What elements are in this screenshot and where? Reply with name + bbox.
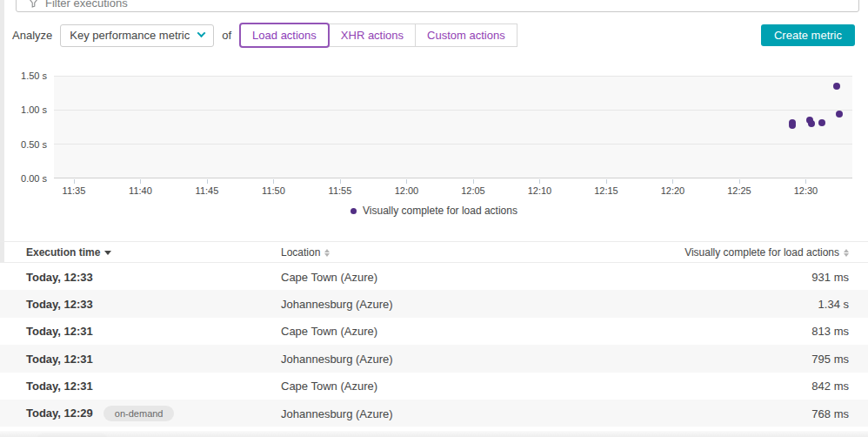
x-axis-tick: 12:10 <box>528 185 552 196</box>
location-cell: Johannesburg (Azure) <box>281 298 393 311</box>
of-label: of <box>222 29 231 42</box>
data-point[interactable] <box>818 119 825 126</box>
x-axis-tickmark <box>207 179 208 184</box>
metric-dropdown[interactable]: Key performance metric <box>60 24 214 47</box>
data-point[interactable] <box>836 111 843 118</box>
table-row[interactable]: Today, 12:31Cape Town (Azure)842 ms <box>0 373 868 400</box>
table-body: Today, 12:33Cape Town (Azure)931 msToday… <box>0 263 868 437</box>
tab-load-actions[interactable]: Load actions <box>239 23 330 48</box>
x-axis-tickmark <box>739 179 740 184</box>
analyze-bar: Analyze Key performance metric of Load a… <box>12 24 772 47</box>
value-cell: 1.34 s <box>818 298 849 311</box>
x-axis-tickmark <box>672 179 673 184</box>
location-cell: Cape Town (Azure) <box>281 270 377 283</box>
table-header: Execution time Location Visually complet… <box>0 241 868 263</box>
table-row[interactable]: Today, 12:29on-demandJohannesburg (Azure… <box>0 400 868 427</box>
execution-time-cell: Today, 12:31 <box>26 352 93 365</box>
table-row[interactable]: Today, 12:33Johannesburg (Azure)1.34 s <box>0 290 868 317</box>
performance-chart: 1.50 s1.00 s0.50 s0.00 s 11:3511:4011:45… <box>0 65 868 225</box>
create-metric-button[interactable]: Create metric <box>761 24 855 46</box>
chart-x-axis: 11:3511:4011:4511:5011:5512:0012:0512:10… <box>54 178 852 199</box>
location-cell: Cape Town (Azure) <box>281 380 377 393</box>
y-axis-tick: 0.50 s <box>21 139 47 150</box>
x-axis-tick: 12:25 <box>727 185 751 196</box>
gridline <box>54 76 852 77</box>
x-axis-tick: 12:05 <box>461 185 485 196</box>
x-axis-tick: 12:30 <box>794 185 818 196</box>
table-row[interactable]: Today, 12:33Cape Town (Azure)931 ms <box>0 263 868 290</box>
execution-time-cell: Today, 12:33 <box>26 270 93 283</box>
execution-time-cell: Today, 12:29on-demand <box>26 406 174 421</box>
sort-both-icon <box>324 249 330 257</box>
x-axis-tick: 12:00 <box>395 185 419 196</box>
filter-executions-input[interactable]: Filter executions <box>16 0 859 12</box>
tab-xhr-actions[interactable]: XHR actions <box>329 24 416 47</box>
location-cell: Johannesburg (Azure) <box>281 352 393 365</box>
gridline <box>54 144 852 145</box>
x-axis-tick: 11:50 <box>262 185 285 196</box>
x-axis-tickmark <box>539 179 540 184</box>
x-axis-tickmark <box>340 179 341 184</box>
table-row[interactable]: on-demand <box>0 427 868 437</box>
x-axis-tickmark <box>140 179 141 184</box>
x-axis-tick: 12:20 <box>661 185 685 196</box>
value-cell: 795 ms <box>811 352 849 365</box>
location-cell: Cape Town (Azure) <box>281 325 377 338</box>
execution-time-cell: Today, 12:33 <box>26 298 93 311</box>
chart-plot-area[interactable] <box>54 76 852 178</box>
column-header-location[interactable]: Location <box>281 246 330 259</box>
gridline <box>54 110 852 111</box>
value-cell: 768 ms <box>811 407 849 420</box>
x-axis-tick: 12:15 <box>594 185 618 196</box>
value-cell: 931 ms <box>811 270 849 283</box>
data-point[interactable] <box>833 83 840 90</box>
x-axis-tick: 11:40 <box>129 185 152 196</box>
chart-legend: Visually complete for load actions <box>0 205 868 217</box>
x-axis-tickmark <box>74 179 75 184</box>
x-axis-tickmark <box>473 179 474 184</box>
filter-funnel-icon <box>29 0 38 8</box>
y-axis-tick: 1.50 s <box>21 71 47 81</box>
legend-label: Visually complete for load actions <box>363 205 517 217</box>
x-axis-tick: 11:45 <box>196 185 219 196</box>
location-cell: Johannesburg (Azure) <box>281 407 393 420</box>
on-demand-badge: on-demand <box>103 406 175 421</box>
x-axis-tickmark <box>273 179 274 184</box>
value-cell: 813 ms <box>811 325 849 338</box>
data-point[interactable] <box>808 120 815 127</box>
sort-both-icon <box>844 249 849 257</box>
x-axis-tickmark <box>805 179 806 184</box>
legend-dot-icon <box>351 208 357 214</box>
on-demand-badge: on-demand <box>37 433 108 437</box>
filter-placeholder: Filter executions <box>45 0 128 10</box>
x-axis-tick: 11:35 <box>63 185 86 196</box>
x-axis-tick: 11:55 <box>329 185 352 196</box>
value-cell: 842 ms <box>811 380 849 393</box>
analyze-label: Analyze <box>12 29 52 42</box>
y-axis-tick: 1.00 s <box>21 104 47 115</box>
action-type-tabs: Load actionsXHR actionsCustom actions <box>239 24 517 47</box>
column-header-visually-complete[interactable]: Visually complete for load actions <box>684 246 849 259</box>
sort-desc-icon <box>104 251 111 255</box>
x-axis-tickmark <box>406 179 407 184</box>
column-header-execution-time[interactable]: Execution time <box>26 246 111 259</box>
chevron-down-icon <box>197 29 206 37</box>
execution-time-cell: Today, 12:31 <box>26 380 93 393</box>
chart-y-axis: 1.50 s1.00 s0.50 s0.00 s <box>0 76 47 178</box>
data-point[interactable] <box>789 122 796 129</box>
metric-dropdown-value: Key performance metric <box>70 29 190 42</box>
execution-time-cell: Today, 12:31 <box>26 325 93 338</box>
table-row[interactable]: Today, 12:31Cape Town (Azure)813 ms <box>0 318 868 345</box>
table-row[interactable]: Today, 12:31Johannesburg (Azure)795 ms <box>0 345 868 372</box>
executions-table: Execution time Location Visually complet… <box>0 241 868 437</box>
tab-custom-actions[interactable]: Custom actions <box>415 24 517 47</box>
y-axis-tick: 0.00 s <box>21 173 47 184</box>
execution-time-cell: on-demand <box>26 433 108 437</box>
x-axis-tickmark <box>606 179 607 184</box>
